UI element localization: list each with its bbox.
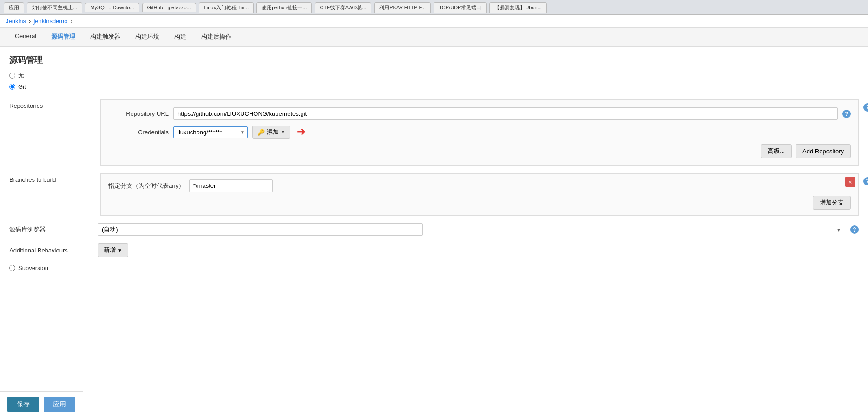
browser-tab-1[interactable]: 如何使不同主机上...	[27, 2, 82, 13]
browser-tabs-bar: 应用 如何使不同主机上... MySQL :: Downlo... GitHub…	[0, 0, 868, 15]
additional-behaviours-row: Additional Behaviours 新增 ▼	[0, 243, 868, 257]
repositories-label: Repositories	[9, 99, 93, 109]
browser-tab-3[interactable]: GitHub - jpetazzo...	[142, 3, 196, 12]
branches-label: Branches to build	[9, 173, 93, 183]
add-behaviour-dropdown-icon: ▼	[118, 248, 122, 253]
radio-subversion-input[interactable]	[9, 265, 15, 271]
repo-url-input[interactable]	[173, 107, 838, 120]
browser-tab-8[interactable]: TCP/UDP常见端口	[434, 2, 487, 13]
subversion-row: Subversion	[0, 265, 868, 271]
source-browser-help-icon[interactable]: ?	[850, 225, 859, 234]
red-arrow-annotation: ➔	[297, 126, 305, 138]
breadcrumb-jenkins[interactable]: Jenkins	[6, 18, 26, 25]
repo-url-help-icon[interactable]: ?	[842, 110, 851, 118]
branch-actions: 增加分支	[108, 196, 851, 210]
breadcrumb-jenkinsdemo[interactable]: jenkinsdemo	[33, 18, 67, 25]
apply-button[interactable]: 应用	[44, 397, 75, 412]
breadcrumb-sep-1: ›	[29, 18, 31, 25]
repositories-content: Repository URL ? Credentials liuxuchong/…	[100, 99, 859, 166]
repo-box: Repository URL ? Credentials liuxuchong/…	[100, 99, 859, 166]
additional-behaviours-label: Additional Behaviours	[9, 247, 93, 254]
add-behaviour-button[interactable]: 新增 ▼	[98, 243, 128, 257]
advanced-button[interactable]: 高级...	[761, 144, 792, 158]
radio-group: 无 Git	[0, 71, 868, 99]
radio-git-input[interactable]	[9, 84, 15, 90]
add-branch-button[interactable]: 增加分支	[813, 196, 851, 210]
browser-tab-4[interactable]: Linux入门教程_lin...	[199, 2, 254, 13]
breadcrumb: Jenkins › jenkinsdemo ›	[0, 15, 868, 28]
main-content: General 源码管理 构建触发器 构建环境 构建 构建后操作 源码管理 无 …	[0, 28, 868, 417]
repo-url-row: Repository URL ?	[108, 107, 851, 120]
repositories-help-icon[interactable]: ?	[863, 103, 868, 112]
tab-general[interactable]: General	[7, 28, 44, 46]
breadcrumb-sep-2: ›	[70, 18, 72, 25]
browser-tab-7[interactable]: 利用PKAV HTTP F...	[374, 2, 431, 13]
radio-none-label[interactable]: 无	[18, 71, 24, 79]
repo-url-label: Repository URL	[108, 110, 169, 117]
credentials-select-wrapper: liuxuchong/****** ▼	[173, 126, 248, 138]
radio-none-option: 无	[9, 71, 859, 79]
tabs-bar: General 源码管理 构建触发器 构建环境 构建 构建后操作	[0, 28, 868, 47]
footer-bar: 保存 应用	[0, 391, 83, 417]
browser-tab-apps[interactable]: 应用	[4, 2, 24, 13]
radio-git-option: Git	[9, 83, 859, 90]
browser-tab-2[interactable]: MySQL :: Downlo...	[85, 3, 139, 12]
branch-spec-label: 指定分支（为空时代表any）	[108, 182, 184, 190]
browser-tab-9[interactable]: 【漏洞复现】Ubun...	[489, 2, 546, 13]
source-browser-row: 源码库浏览器 (自动) ▼ ?	[0, 223, 868, 236]
radio-git-label[interactable]: Git	[18, 83, 26, 90]
branch-box: × 指定分支（为空时代表any） 增加分支	[100, 173, 859, 216]
form-area: Repositories Repository URL ? Credential…	[0, 99, 868, 216]
add-credentials-dropdown-icon: ▼	[281, 130, 285, 135]
credentials-label: Credentials	[108, 129, 169, 136]
tab-build-env[interactable]: 构建环境	[128, 28, 167, 46]
radio-none-input[interactable]	[9, 73, 15, 79]
radio-subversion-label[interactable]: Subversion	[18, 265, 48, 271]
tab-build[interactable]: 构建	[167, 28, 194, 46]
section-title: 源码管理	[0, 47, 868, 71]
radio-subversion-option: Subversion	[9, 265, 859, 271]
key-icon: 🔑	[257, 129, 265, 136]
source-browser-label: 源码库浏览器	[9, 225, 93, 234]
source-browser-select-wrapper: (自动) ▼	[98, 223, 846, 236]
browser-tab-6[interactable]: CTF线下赛AWD总...	[315, 2, 371, 13]
branch-spec-row: 指定分支（为空时代表any）	[108, 179, 851, 192]
credentials-select[interactable]: liuxuchong/******	[173, 126, 248, 138]
branches-help-icon[interactable]: ?	[863, 177, 868, 185]
add-behaviour-label: 新增	[104, 246, 116, 254]
add-credentials-label: 添加	[267, 128, 279, 136]
tab-post-build[interactable]: 构建后操作	[194, 28, 239, 46]
tab-build-triggers[interactable]: 构建触发器	[83, 28, 128, 46]
add-credentials-button[interactable]: 🔑 添加 ▼	[252, 126, 290, 139]
credentials-row: Credentials liuxuchong/****** ▼ 🔑	[108, 126, 851, 139]
add-repository-button[interactable]: Add Repository	[796, 144, 851, 158]
branch-close-button[interactable]: ×	[845, 177, 855, 187]
branch-input[interactable]	[189, 179, 273, 192]
branches-row: Branches to build × 指定分支（为空时代表any） 增加分支 …	[9, 173, 859, 216]
source-browser-dropdown-arrow-icon: ▼	[836, 227, 841, 232]
repo-actions: 高级... Add Repository	[108, 144, 851, 158]
source-browser-select[interactable]: (自动)	[98, 223, 423, 236]
scroll-area: 源码管理 无 Git Repositories Repository U	[0, 47, 868, 417]
browser-tab-5[interactable]: 使用python链接一...	[256, 2, 312, 13]
save-button[interactable]: 保存	[7, 397, 39, 412]
repositories-row: Repositories Repository URL ? Credential…	[9, 99, 859, 166]
branches-content: × 指定分支（为空时代表any） 增加分支 ?	[100, 173, 859, 216]
tab-source-management[interactable]: 源码管理	[44, 28, 83, 46]
